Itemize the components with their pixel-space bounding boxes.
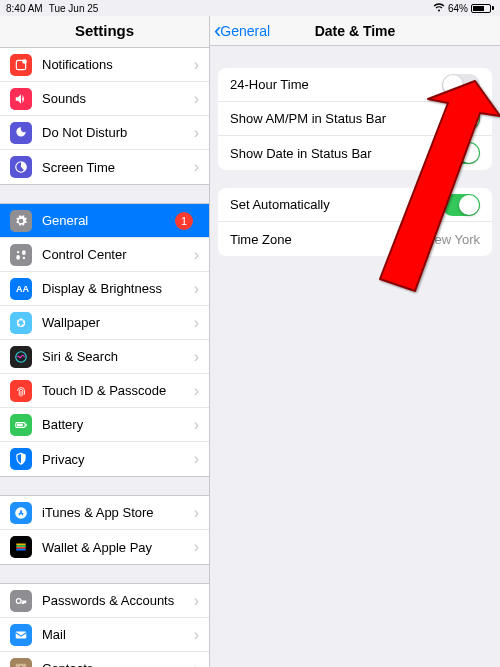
general-icon xyxy=(10,210,32,232)
sidebar-item-passwords[interactable]: Passwords & Accounts› xyxy=(0,584,209,618)
siri-icon xyxy=(10,346,32,368)
sidebar-item-label: Touch ID & Passcode xyxy=(42,383,194,398)
badge: 1 xyxy=(175,212,193,230)
chevron-right-icon: › xyxy=(194,504,199,522)
sidebar-item-label: General xyxy=(42,213,175,228)
passwords-icon xyxy=(10,590,32,612)
wifi-icon xyxy=(433,3,445,14)
settings-sidebar: Settings Notifications›Sounds›Do Not Dis… xyxy=(0,16,210,667)
touchid-icon xyxy=(10,380,32,402)
status-bar: 8:40 AM Tue Jun 25 64% xyxy=(0,0,500,16)
chevron-right-icon: › xyxy=(194,280,199,298)
sidebar-item-dnd[interactable]: Do Not Disturb› xyxy=(0,116,209,150)
dnd-icon xyxy=(10,122,32,144)
battery-percent: 64% xyxy=(448,3,468,14)
svg-rect-23 xyxy=(16,631,27,638)
setting-row: Show Date in Status Bar xyxy=(218,136,492,170)
setting-label: Show AM/PM in Status Bar xyxy=(230,111,442,126)
sidebar-item-label: Siri & Search xyxy=(42,349,194,364)
detail-header: ‹ General Date & Time xyxy=(210,16,500,46)
svg-point-8 xyxy=(20,318,22,320)
svg-rect-21 xyxy=(16,549,25,551)
privacy-icon xyxy=(10,448,32,470)
status-date: Tue Jun 25 xyxy=(49,3,99,14)
sidebar-item-label: Screen Time xyxy=(42,160,194,175)
setting-label: Time Zone xyxy=(230,232,425,247)
chevron-right-icon: › xyxy=(194,348,199,366)
sidebar-item-display[interactable]: AADisplay & Brightness› xyxy=(0,272,209,306)
svg-point-12 xyxy=(17,320,19,322)
setting-label: Set Automatically xyxy=(230,197,442,212)
svg-point-2 xyxy=(17,250,19,252)
sidebar-item-battery[interactable]: Battery› xyxy=(0,408,209,442)
sidebar-item-label: Mail xyxy=(42,627,194,642)
setting-row: Show AM/PM in Status Bar xyxy=(218,102,492,136)
chevron-right-icon: › xyxy=(194,450,199,468)
wallpaper-icon xyxy=(10,312,32,334)
svg-rect-18 xyxy=(16,544,25,546)
setting-label: Show Date in Status Bar xyxy=(230,146,442,161)
svg-rect-15 xyxy=(26,423,27,425)
back-label: General xyxy=(220,23,270,39)
sidebar-item-label: Sounds xyxy=(42,91,194,106)
chevron-right-icon: › xyxy=(194,626,199,644)
sidebar-title: Settings xyxy=(0,16,209,48)
toggle-switch[interactable] xyxy=(442,194,480,216)
sidebar-item-general[interactable]: General1 xyxy=(0,204,209,238)
sidebar-item-label: Notifications xyxy=(42,57,194,72)
toggle-switch[interactable] xyxy=(442,142,480,164)
sidebar-item-label: iTunes & App Store xyxy=(42,505,194,520)
svg-rect-3 xyxy=(16,255,20,260)
chevron-right-icon: › xyxy=(194,382,199,400)
mail-icon xyxy=(10,624,32,646)
setting-row: Set Automatically xyxy=(218,188,492,222)
sidebar-item-label: Do Not Disturb xyxy=(42,125,194,140)
chevron-right-icon: › xyxy=(194,90,199,108)
sidebar-item-siri[interactable]: Siri & Search› xyxy=(0,340,209,374)
svg-text:AA: AA xyxy=(16,284,29,294)
sidebar-item-label: Contacts xyxy=(42,661,194,667)
chevron-right-icon: › xyxy=(194,660,199,668)
sidebar-item-label: Wallpaper xyxy=(42,315,194,330)
sidebar-item-contacts[interactable]: Contacts› xyxy=(0,652,209,667)
toggle-switch[interactable] xyxy=(442,74,480,96)
detail-pane: ‹ General Date & Time 24-Hour TimeShow A… xyxy=(210,16,500,667)
svg-rect-4 xyxy=(22,250,26,255)
wallet-icon xyxy=(10,536,32,558)
back-button[interactable]: ‹ General xyxy=(210,20,270,42)
toggle-switch[interactable] xyxy=(442,108,480,130)
sidebar-item-touchid[interactable]: Touch ID & Passcode› xyxy=(0,374,209,408)
sidebar-item-appstore[interactable]: iTunes & App Store› xyxy=(0,496,209,530)
svg-point-5 xyxy=(23,256,25,258)
chevron-right-icon: › xyxy=(194,56,199,74)
contacts-icon xyxy=(10,658,32,668)
setting-row[interactable]: Time ZoneNew York xyxy=(218,222,492,256)
sidebar-item-controlcenter[interactable]: Control Center› xyxy=(0,238,209,272)
sidebar-item-privacy[interactable]: Privacy› xyxy=(0,442,209,476)
sidebar-item-sounds[interactable]: Sounds› xyxy=(0,82,209,116)
chevron-right-icon: › xyxy=(194,124,199,142)
sidebar-item-notifications[interactable]: Notifications› xyxy=(0,48,209,82)
sidebar-item-label: Display & Brightness xyxy=(42,281,194,296)
appstore-icon xyxy=(10,502,32,524)
svg-point-22 xyxy=(16,598,21,603)
svg-point-1 xyxy=(22,59,27,64)
battery-icon xyxy=(10,414,32,436)
svg-point-11 xyxy=(18,323,20,325)
sidebar-item-wallet[interactable]: Wallet & Apple Pay› xyxy=(0,530,209,564)
sounds-icon xyxy=(10,88,32,110)
sidebar-item-mail[interactable]: Mail› xyxy=(0,618,209,652)
sidebar-item-wallpaper[interactable]: Wallpaper› xyxy=(0,306,209,340)
svg-point-9 xyxy=(23,320,25,322)
svg-rect-20 xyxy=(16,547,25,549)
svg-point-10 xyxy=(22,324,24,326)
controlcenter-icon xyxy=(10,244,32,266)
setting-row: 24-Hour Time xyxy=(218,68,492,102)
setting-value: New York xyxy=(425,232,480,247)
chevron-right-icon: › xyxy=(194,538,199,556)
sidebar-item-screentime[interactable]: Screen Time› xyxy=(0,150,209,184)
svg-rect-16 xyxy=(17,423,23,425)
sidebar-item-label: Privacy xyxy=(42,452,194,467)
sidebar-item-label: Passwords & Accounts xyxy=(42,593,194,608)
chevron-right-icon: › xyxy=(194,158,199,176)
